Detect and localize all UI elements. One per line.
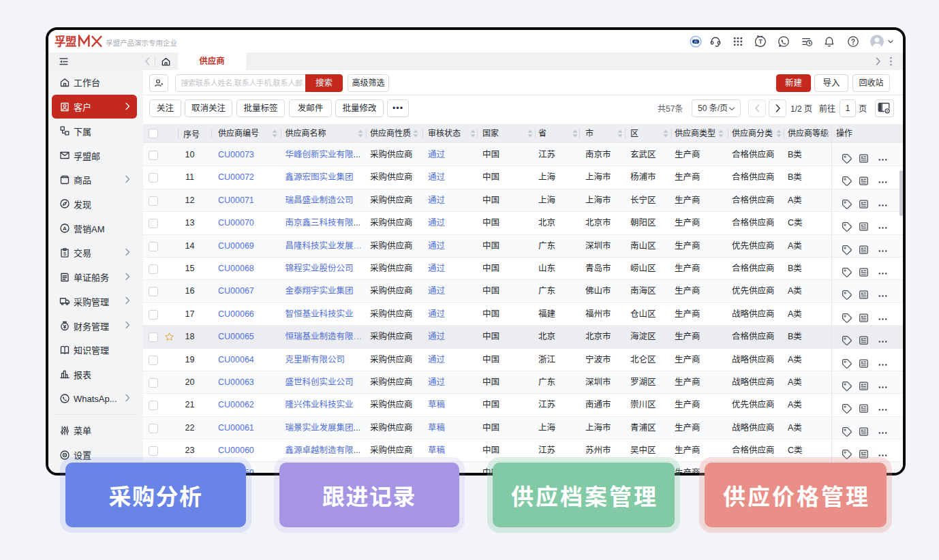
svg-text:A: A bbox=[63, 225, 67, 232]
svg-text:$: $ bbox=[63, 250, 67, 256]
svg-text:AI: AI bbox=[694, 40, 698, 43]
svg-text:T: T bbox=[758, 38, 763, 45]
